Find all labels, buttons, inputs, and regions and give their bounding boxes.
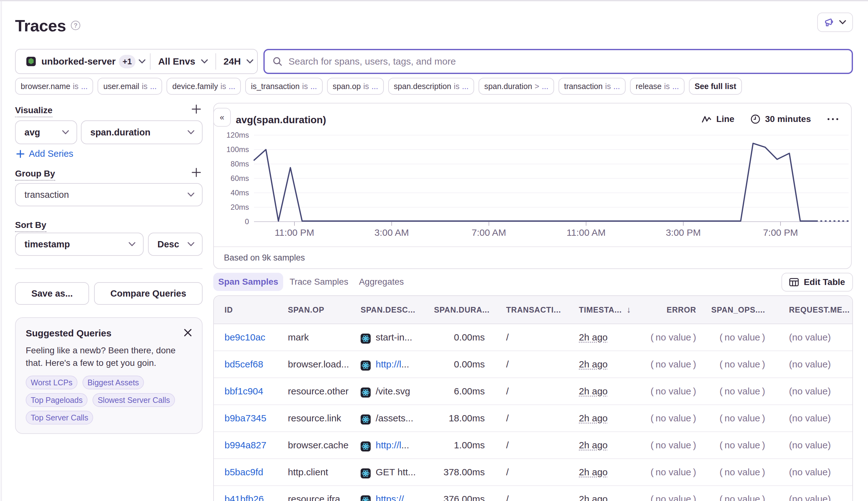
svg-text:80ms: 80ms (231, 160, 249, 168)
svg-text:3:00 AM: 3:00 AM (374, 227, 409, 238)
svg-text:11:00 AM: 11:00 AM (567, 227, 606, 238)
svg-text:60ms: 60ms (231, 174, 249, 182)
svg-text:120ms: 120ms (226, 131, 249, 139)
svg-text:20ms: 20ms (231, 203, 249, 211)
svg-text:100ms: 100ms (226, 145, 249, 153)
svg-text:7:00 AM: 7:00 AM (472, 227, 506, 238)
svg-text:3:00 PM: 3:00 PM (666, 227, 701, 238)
svg-text:0: 0 (245, 217, 249, 226)
svg-text:11:00 PM: 11:00 PM (275, 227, 314, 238)
svg-text:40ms: 40ms (231, 189, 249, 197)
svg-text:7:00 PM: 7:00 PM (763, 227, 798, 238)
